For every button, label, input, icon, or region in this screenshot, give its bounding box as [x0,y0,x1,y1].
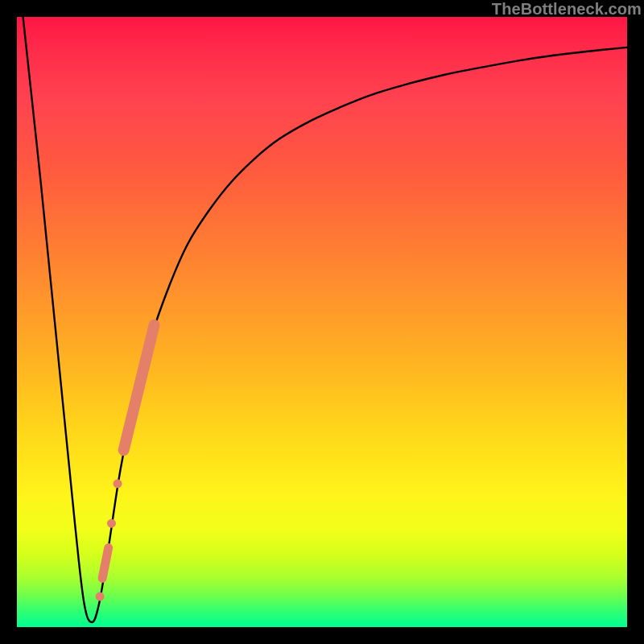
plot-area [17,17,627,627]
background-gradient [17,17,627,627]
watermark-text: TheBottleneck.com [492,0,642,19]
chart-frame: TheBottleneck.com [0,0,644,644]
